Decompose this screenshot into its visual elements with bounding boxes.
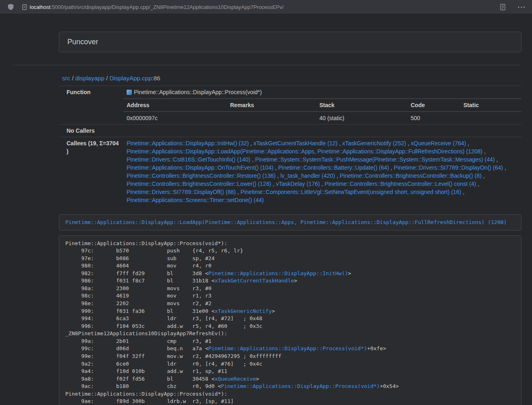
asm-line: 99e: f04f 32ff mov.w r2, #4294967295 ; 0… [65, 353, 281, 359]
code-symbol-link[interactable]: Pinetime::Applications::DisplayApp::Proc… [221, 383, 380, 389]
asm-line: 986: f031 f8c7 bl 31b18 <xTaskGetCurrent… [65, 278, 297, 284]
callee-link[interactable]: Pinetime::Controllers::BrightnessControl… [325, 181, 476, 187]
callee-link[interactable]: xQueueReceive (764) [411, 140, 466, 146]
toolbar-actions: ⋯ [498, 2, 526, 12]
code-symbol-link[interactable]: Pinetime::Applications::DisplayApp::Proc… [208, 345, 367, 351]
page-icon [22, 4, 27, 10]
asm-line: _ZN8Pinetime12Applications10DisplayApp7R… [65, 330, 227, 336]
callee-link[interactable]: Pinetime::Controllers::Battery::Update()… [278, 164, 389, 171]
column-header-stack: Stack [316, 99, 407, 112]
callee-link[interactable]: Pinetime::Applications::Screens::Timer::… [127, 197, 264, 203]
callee-link[interactable]: Pinetime::Drivers::St7789::DisplayOff() … [127, 189, 236, 195]
code-symbol-link[interactable]: Pinetime::Applications::DisplayApp::Init… [208, 270, 348, 276]
divider [12, 65, 520, 65]
breadcrumb: src / displayapp / DisplayApp.cpp:86 [62, 74, 532, 82]
function-name-row: Pinetime::Applications::DisplayApp::Proc… [123, 86, 521, 99]
metric-value-remarks [227, 112, 316, 124]
metric-value-stack: 40 (static) [316, 112, 407, 124]
asm-line: Pinetime::Applications::DisplayApp::Proc… [65, 240, 227, 246]
asm-line: 98a: 2300 movs r3, #0 [65, 285, 211, 291]
callee-link[interactable]: Pinetime::System::SystemTask::PushMessag… [255, 156, 495, 163]
code-symbol-link[interactable]: xTaskGetCurrentTaskHandle [215, 278, 294, 284]
function-cell: Pinetime::Applications::DisplayApp::Proc… [123, 86, 521, 125]
asm-line: 9a4: f10d 010b add.w r1, sp, #11 [65, 368, 227, 374]
url-host: localhost [30, 4, 50, 10]
column-header-remarks: Remarks [227, 99, 316, 112]
asm-line: 97e: b086 sub sp, #24 [65, 255, 215, 261]
callee-link[interactable]: Pinetime::Controllers::BrightnessControl… [127, 172, 276, 179]
column-header-address: Address [123, 99, 227, 112]
function-name: Pinetime::Applications::DisplayApp::Proc… [134, 89, 262, 95]
asm-line: 99a: 2b01 cmp r3, #1 [65, 338, 211, 344]
asm-line: Pinetime::Applications::DisplayApp::Proc… [65, 391, 227, 397]
selected-callee-link[interactable]: Pinetime::Applications::DisplayApp::Load… [65, 219, 507, 225]
url-path: :5000/path/src/displayapp/DisplayApp.cpp… [50, 4, 284, 10]
callee-link[interactable]: Pinetime::Drivers::St7789::DisplayOn() (… [394, 164, 503, 171]
browser-toolbar: localhost:5000/path/src/displayapp/Displ… [0, 0, 532, 14]
callees-row: Callees (19, Σ=3704 ) Pinetime::Applicat… [59, 137, 521, 207]
metric-value-static [460, 112, 521, 124]
callees-label: Callees (19, Σ=3704 ) [59, 137, 123, 207]
reader-view-icon[interactable] [498, 2, 508, 12]
breadcrumb-link[interactable]: DisplayApp.cpp [110, 75, 152, 82]
callee-link[interactable]: Pinetime::Drivers::Cst816S::GetTouchInfo… [127, 156, 250, 163]
selected-callee-box: Pinetime::Applications::DisplayApp::Load… [59, 214, 521, 231]
no-callers-label: No Callers [59, 125, 521, 137]
callee-link[interactable]: Pinetime::Controllers::BrightnessControl… [127, 181, 271, 187]
asm-line: 99c: d06d beq.n a7a <Pinetime::Applicati… [65, 345, 386, 351]
asm-line: 980: 4604 mov r4, r0 [65, 263, 211, 269]
callee-link[interactable]: Pinetime::Applications::DisplayApp::Init… [127, 140, 249, 146]
function-type-icon [127, 90, 132, 95]
callee-link[interactable]: xTaskGenericNotify (252) [342, 140, 406, 146]
asm-line: 982: f7ff fd29 bl 3d8 <Pinetime::Applica… [65, 270, 351, 276]
callee-link[interactable]: lv_task_handler (420) [280, 172, 335, 179]
disassembly-block: Pinetime::Applications::DisplayApp::Proc… [59, 235, 521, 405]
shield-icon-glyph [8, 4, 14, 10]
metric-value-address: 0x0000097c [123, 112, 227, 124]
callee-link[interactable]: vTaskDelay (176) [276, 181, 320, 187]
callees-list: Pinetime::Applications::DisplayApp::Init… [123, 137, 521, 207]
breadcrumb-link[interactable]: displayapp [75, 75, 105, 82]
asm-line: 9a8: f02f fd56 bl 30458 <xQueueReceive> [65, 376, 259, 382]
asm-line: 990: f031 fa36 bl 31e00 <xTaskGenericNot… [65, 308, 275, 314]
app-title[interactable]: Puncover [59, 38, 106, 46]
callee-link[interactable]: Pinetime::Applications::DisplayApp::Load… [127, 148, 482, 155]
asm-line: 98e: 2202 movs r2, #2 [65, 300, 211, 306]
metrics-value-row: 0x0000097c40 (static)500 [123, 112, 521, 124]
asm-line: 98c: 4619 mov r1, r3 [65, 293, 211, 299]
code-symbol-link[interactable]: xQueueReceive [215, 376, 256, 382]
asm-line: 97c: b570 push {r4, r5, r6, lr} [65, 248, 243, 254]
shield-icon[interactable] [6, 2, 15, 12]
column-header-code: Code [407, 99, 460, 112]
asm-line: 994: 6ca3 ldr r3, [r4, #72] ; 0x48 [65, 315, 262, 321]
asm-line: 9ae: f89d 300b ldrb.w r3, [sp, #11] [65, 398, 234, 404]
url-bar[interactable]: localhost:5000/path/src/displayapp/Displ… [22, 4, 284, 10]
asm-line: 996: f104 053c add.w r5, r4, #60 ; 0x3c [65, 323, 262, 329]
metrics-header-row: AddressRemarksStackCodeStatic [123, 99, 521, 112]
callee-link[interactable]: xTaskGetCurrentTaskHandle (12) [254, 140, 338, 146]
overflow-menu-icon[interactable]: ⋯ [517, 3, 526, 11]
asm-line: 9a2: 6ce0 ldr r0, [r4, #76] ; 0x4c [65, 361, 262, 367]
symbol-table: Function Pinetime::Applications::Display… [59, 86, 521, 206]
code-symbol-link[interactable]: xTaskGenericNotify [215, 308, 272, 314]
function-label: Function [59, 86, 123, 125]
navbar: Puncover [59, 32, 521, 52]
column-header-static: Static [460, 99, 521, 112]
callee-link[interactable]: Pinetime::Applications::DisplayApp::OnTo… [127, 164, 274, 171]
callee-link[interactable]: Pinetime::Controllers::BrightnessControl… [340, 172, 481, 179]
no-callers-row: No Callers [59, 125, 521, 137]
function-row: Function Pinetime::Applications::Display… [59, 86, 521, 125]
breadcrumb-link[interactable]: src [62, 75, 70, 82]
metric-value-code: 500 [407, 112, 460, 124]
callee-link[interactable]: Pinetime::Components::LittleVgl::SetNewT… [241, 189, 461, 195]
metrics-table: AddressRemarksStackCodeStatic 0x0000097c… [123, 99, 521, 124]
asm-line: 9ac: b180 cbz r0, 9d0 <Pinetime::Applica… [65, 383, 399, 389]
